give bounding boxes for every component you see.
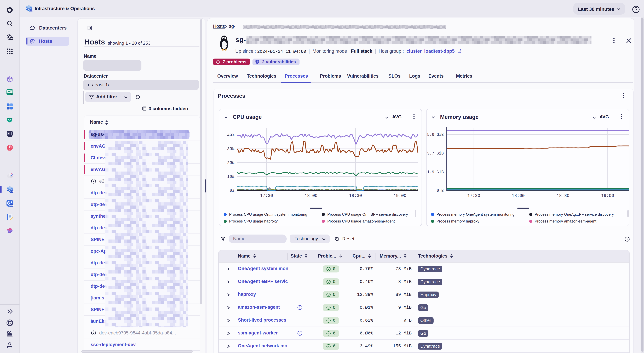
svg-text:18:3Ø: 18:3Ø bbox=[556, 193, 569, 198]
svg-text:5.6 GiB: 5.6 GiB bbox=[427, 132, 444, 137]
svg-text:NEW: NEW bbox=[10, 191, 14, 193]
svg-text:Ø B: Ø B bbox=[437, 188, 444, 193]
svg-text:17:3Ø: 17:3Ø bbox=[467, 193, 480, 198]
svg-text:4Ø%: 4Ø% bbox=[227, 133, 234, 138]
svg-text:5: 5 bbox=[8, 132, 10, 135]
svg-text:19:ØØ: 19:ØØ bbox=[601, 193, 614, 198]
svg-text:19:ØØ: 19:ØØ bbox=[394, 193, 406, 198]
svg-text:1.9 GiB: 1.9 GiB bbox=[427, 170, 444, 174]
svg-text:2Ø%: 2Ø% bbox=[227, 161, 234, 165]
svg-text:NEW: NEW bbox=[10, 204, 14, 206]
svg-text:1Ø%: 1Ø% bbox=[227, 174, 234, 179]
svg-text:3Ø%: 3Ø% bbox=[227, 147, 234, 151]
svg-text:3.7 GiB: 3.7 GiB bbox=[427, 151, 444, 156]
svg-text:17:3Ø: 17:3Ø bbox=[260, 193, 273, 198]
svg-text:18:ØØ: 18:ØØ bbox=[512, 193, 524, 198]
svg-text:NEW: NEW bbox=[28, 10, 32, 12]
svg-text:18:ØØ: 18:ØØ bbox=[304, 193, 317, 198]
svg-text:Ø%: Ø% bbox=[230, 188, 234, 193]
svg-text:18:3Ø: 18:3Ø bbox=[349, 193, 362, 198]
